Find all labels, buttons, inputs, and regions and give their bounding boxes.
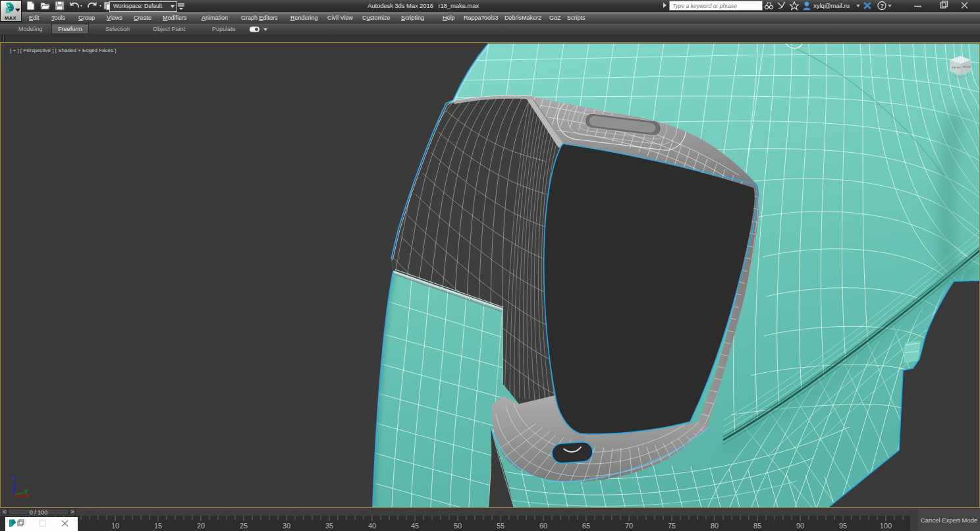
svg-text:?: ? xyxy=(881,3,885,9)
svg-text:RIGHT: RIGHT xyxy=(963,65,971,69)
svg-text:xylq@mail.ru: xylq@mail.ru xyxy=(813,2,850,9)
svg-text:x: x xyxy=(26,492,29,499)
svg-text:FRONT: FRONT xyxy=(952,66,962,69)
svg-text:z: z xyxy=(13,474,16,481)
